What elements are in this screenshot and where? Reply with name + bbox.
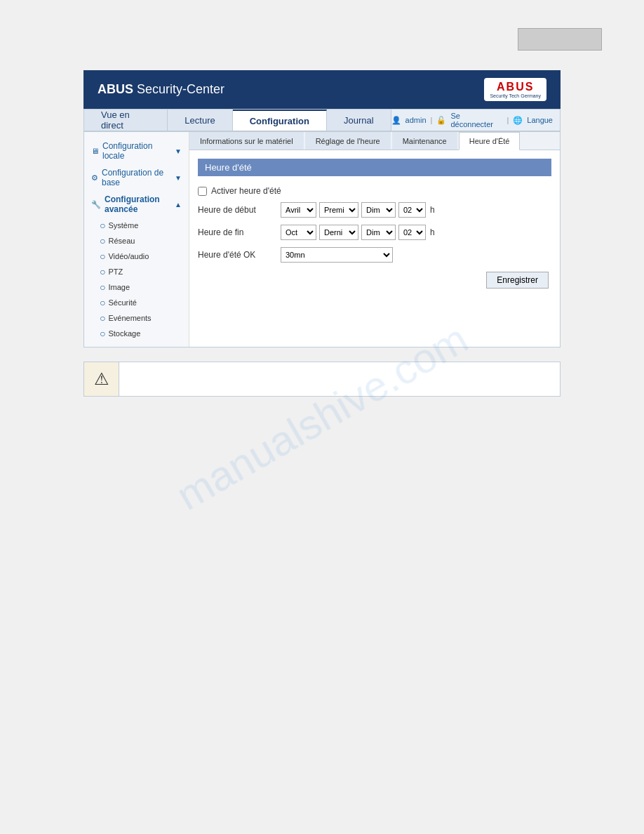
config-base-icon: ⚙ <box>91 173 98 183</box>
stockage-label: Stockage <box>108 329 140 338</box>
logout-icon: 🔓 <box>436 116 446 125</box>
sidebar-item-config-base[interactable]: ⚙ Configuration de base ▼ <box>84 164 189 191</box>
tab-bar: Informations sur le matériel Réglage de … <box>189 132 560 150</box>
nav-tab-journal[interactable]: Journal <box>327 110 391 131</box>
sidebar-subitem-securite[interactable]: ○ Sécurité <box>84 295 189 310</box>
sidebar-item-config-avancee[interactable]: 🔧 Configuration avancée ▲ <box>84 191 189 218</box>
videoaudio-dot: ○ <box>100 251 105 261</box>
sidebar-label-config-locale: Configuration locale <box>102 141 170 161</box>
reseau-dot: ○ <box>100 236 105 246</box>
abus-logo-sub: Security Tech Germany <box>490 93 541 98</box>
config-locale-icon: 🖥 <box>91 147 99 155</box>
nav-tab-lecture[interactable]: Lecture <box>168 110 232 131</box>
language-link[interactable]: Langue <box>527 116 553 124</box>
debut-label: Heure de début <box>198 205 275 215</box>
fin-selects: OctJanFévMars AvrilMaiJuinJuil AoûtSeptN… <box>281 225 435 240</box>
systeme-label: Système <box>108 221 138 230</box>
checkbox-label[interactable]: Activer heure d'été <box>211 186 281 196</box>
ok-label: Heure d'été OK <box>198 250 275 260</box>
warning-icon: ⚠ <box>94 369 109 389</box>
debut-week-select[interactable]: PremiDeuxiTroisiQuatriDerni <box>319 202 358 218</box>
tab-heure-ete[interactable]: Heure d'Été <box>459 132 521 150</box>
nav-tab-live[interactable]: Vue en direct <box>84 110 168 131</box>
stockage-dot: ○ <box>100 329 105 338</box>
reseau-label: Réseau <box>108 237 135 245</box>
image-dot: ○ <box>100 282 105 292</box>
sidebar-subitem-evenements[interactable]: ○ Evénements <box>84 310 189 326</box>
fin-row: Heure de fin OctJanFévMars AvrilMaiJuinJ… <box>198 221 551 244</box>
sidebar: 🖥 Configuration locale ▼ ⚙ Configuration… <box>84 132 189 347</box>
sidebar-subitem-systeme[interactable]: ○ Système <box>84 218 189 233</box>
config-avancee-icon: 🔧 <box>91 200 101 209</box>
fin-hour-select[interactable]: 02000103 <box>398 225 426 240</box>
image-label: Image <box>108 283 130 291</box>
user-icon: 👤 <box>391 116 401 125</box>
config-base-arrow: ▼ <box>175 174 182 182</box>
sidebar-label-config-avancee: Configuration avancée <box>105 194 170 214</box>
nav-user: 👤 admin | 🔓 Se déconnecter | 🌐 Langue <box>391 112 560 128</box>
save-button[interactable]: Enregistrer <box>486 272 549 289</box>
globe-icon: 🌐 <box>513 116 523 125</box>
panel-content: Heure d'été Activer heure d'été Heure de… <box>189 150 560 303</box>
fin-label: Heure de fin <box>198 227 275 237</box>
sidebar-subitem-ptz[interactable]: ○ PTZ <box>84 264 189 279</box>
top-bar <box>0 0 644 70</box>
abus-logo: ABUS Security Tech Germany <box>484 78 546 101</box>
main-panel: Informations sur le matériel Réglage de … <box>189 132 560 347</box>
config-avancee-arrow: ▲ <box>175 201 182 208</box>
fin-day-select[interactable]: DimLunMarMerJeuVenSam <box>361 225 396 240</box>
debut-hour-select[interactable]: 02000103 <box>398 202 426 218</box>
securite-label: Sécurité <box>108 298 136 307</box>
section-title: Heure d'été <box>198 159 551 176</box>
app-title: ABUS Security-Center <box>98 82 224 97</box>
debut-selects: AvrilJanFévMars MaiJuinJuilAoût SeptOctN… <box>281 202 435 218</box>
nav-bar: Vue en direct Lecture Configuration Jour… <box>83 109 561 131</box>
sep2: | <box>507 116 509 124</box>
tab-materiel[interactable]: Informations sur le matériel <box>189 132 304 150</box>
save-row: Enregistrer <box>198 266 551 294</box>
tab-maintenance[interactable]: Maintenance <box>392 132 457 150</box>
nav-tabs: Vue en direct Lecture Configuration Jour… <box>84 110 391 131</box>
sidebar-subitem-reseau[interactable]: ○ Réseau <box>84 233 189 249</box>
activate-checkbox[interactable] <box>198 187 207 196</box>
sidebar-subitem-videoaudio[interactable]: ○ Vidéo/audio <box>84 249 189 264</box>
videoaudio-label: Vidéo/audio <box>108 252 149 260</box>
systeme-dot: ○ <box>100 220 105 230</box>
fin-month-select[interactable]: OctJanFévMars AvrilMaiJuinJuil AoûtSeptN… <box>281 225 316 240</box>
ok-selects: 30mn10mn20mn40mn50mn60mn <box>281 247 393 263</box>
app-title-normal: Security-Center <box>137 82 224 96</box>
logout-link[interactable]: Se déconnecter <box>450 112 502 128</box>
top-button[interactable] <box>518 28 602 51</box>
warning-box: ⚠ <box>83 362 561 397</box>
sidebar-subitem-image[interactable]: ○ Image <box>84 279 189 295</box>
securite-dot: ○ <box>100 298 105 307</box>
nav-tab-configuration[interactable]: Configuration <box>233 110 327 131</box>
sep1: | <box>431 116 433 124</box>
debut-row: Heure de début AvrilJanFévMars MaiJuinJu… <box>198 199 551 221</box>
ptz-label: PTZ <box>108 267 123 276</box>
main-container: ABUS Security-Center ABUS Security Tech … <box>83 70 561 348</box>
ok-value-select[interactable]: 30mn10mn20mn40mn50mn60mn <box>281 247 393 263</box>
app-title-bold: ABUS <box>98 82 133 96</box>
abus-logo-text: ABUS <box>497 81 534 93</box>
sidebar-subitem-stockage[interactable]: ○ Stockage <box>84 326 189 341</box>
evenements-label: Evénements <box>108 314 151 322</box>
content-area: 🖥 Configuration locale ▼ ⚙ Configuration… <box>83 131 561 348</box>
evenements-dot: ○ <box>100 313 105 323</box>
checkbox-row: Activer heure d'été <box>198 183 551 199</box>
debut-month-select[interactable]: AvrilJanFévMars MaiJuinJuilAoût SeptOctN… <box>281 202 316 218</box>
fin-h-label: h <box>430 227 435 237</box>
warning-icon-cell: ⚠ <box>84 362 119 396</box>
app-header: ABUS Security-Center ABUS Security Tech … <box>83 70 561 109</box>
tab-heure[interactable]: Réglage de l'heure <box>305 132 391 150</box>
user-link[interactable]: admin <box>405 116 427 124</box>
debut-h-label: h <box>430 205 435 215</box>
ok-row: Heure d'été OK 30mn10mn20mn40mn50mn60mn <box>198 244 551 266</box>
sidebar-item-config-locale[interactable]: 🖥 Configuration locale ▼ <box>84 138 189 164</box>
sidebar-label-config-base: Configuration de base <box>102 168 170 187</box>
config-locale-arrow: ▼ <box>175 147 182 155</box>
fin-week-select[interactable]: DerniPremiDeuxiTroisiQuatri <box>319 225 358 240</box>
ptz-dot: ○ <box>100 267 105 277</box>
debut-day-select[interactable]: DimLunMarMerJeuVenSam <box>361 202 396 218</box>
